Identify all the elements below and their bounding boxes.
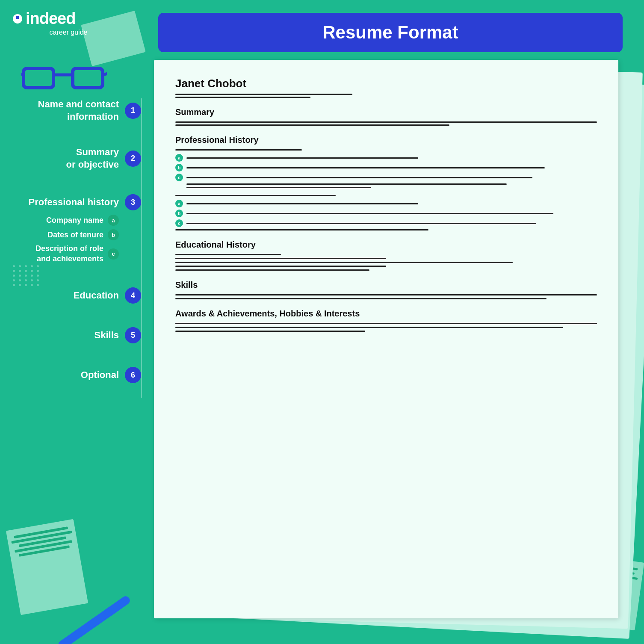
logo-area: indeed career guide: [13, 9, 124, 36]
label-optional-text: Optional: [81, 369, 119, 381]
label-professional: Professional history 3 Company name a Da…: [0, 194, 141, 264]
resume-section-skills: Skills: [175, 280, 597, 290]
awards-line-2: [175, 327, 563, 328]
logo-dot-icon: [13, 14, 22, 24]
label-skills: Skills 5: [0, 327, 141, 343]
name-line-2: [175, 97, 310, 98]
job1-extra-2: [186, 187, 371, 188]
awards-line-3: [175, 331, 365, 332]
divider-line: [141, 98, 142, 398]
badge-1: 1: [125, 103, 141, 119]
sub-company-name: Company name a: [46, 215, 119, 226]
logo-brand: indeed: [26, 9, 75, 28]
paper-main: Janet Chobot Summary Professional Histor…: [154, 60, 618, 618]
job1-line-a: [186, 157, 418, 159]
edu-line-3: [175, 262, 513, 263]
job1-bullet-a: a: [175, 154, 597, 162]
job2-bullet-b: b: [175, 210, 597, 217]
job1-bullet-c: c: [175, 174, 597, 181]
logo: indeed: [13, 9, 124, 28]
job1-line-b: [186, 167, 545, 168]
svg-point-1: [16, 16, 19, 19]
alpha-badge-b1: b: [108, 229, 119, 240]
job1-extra-1: [186, 183, 507, 185]
job1-company: [175, 149, 302, 151]
job2-line-c: [186, 223, 536, 224]
logo-subtext: career guide: [13, 29, 124, 36]
resume-section-summary: Summary: [175, 107, 597, 117]
sub-company-name-text: Company name: [46, 216, 103, 225]
edu-line-5: [175, 269, 369, 271]
job2-extra-1: [175, 229, 428, 230]
label-summary: Summaryor objective 2: [0, 146, 141, 171]
edu-line-4: [175, 266, 386, 267]
label-professional-header: Professional history 3: [0, 194, 141, 210]
label-name-contact-text: Name and contactinformation: [38, 98, 119, 123]
bullet-a2-icon: a: [175, 200, 183, 207]
summary-line-1: [175, 121, 597, 123]
summary-line-2: [175, 124, 449, 126]
bullet-b-icon: b: [175, 164, 183, 171]
badge-6: 6: [125, 367, 141, 383]
resume-stack: Janet Chobot Summary Professional Histor…: [154, 60, 631, 618]
skills-line-1: [175, 294, 597, 295]
bullet-b2-icon: b: [175, 210, 183, 217]
badge-3: 3: [125, 194, 141, 210]
sub-description-role: Description of roleand achievements c: [35, 244, 119, 264]
badge-2: 2: [125, 151, 141, 167]
label-name-contact: Name and contactinformation 1: [0, 98, 141, 123]
label-skills-text: Skills: [95, 329, 119, 342]
svg-rect-3: [73, 68, 103, 88]
bullet-c2-icon: c: [175, 219, 183, 227]
job2-company: [175, 195, 336, 196]
title-banner: Resume Format: [158, 13, 623, 52]
deco-paper-bottomleft: [6, 519, 88, 615]
left-labels: Name and contactinformation 1 Summaryor …: [0, 98, 141, 407]
awards-line-1: [175, 323, 597, 324]
alpha-badge-a1: a: [108, 215, 119, 226]
label-education: Education 4: [0, 287, 141, 304]
badge-4: 4: [125, 287, 141, 304]
resume-section-awards: Awards & Achievements, Hobbies & Interes…: [175, 309, 597, 319]
edu-line-2: [175, 258, 386, 259]
sub-description-role-text: Description of roleand achievements: [35, 244, 103, 264]
resume-name: Janet Chobot: [175, 77, 597, 90]
job2-bullet-a: a: [175, 200, 597, 207]
label-optional: Optional 6: [0, 367, 141, 383]
page-title: Resume Format: [175, 22, 606, 43]
job2-line-b: [186, 213, 553, 214]
alpha-badge-c1: c: [108, 248, 119, 260]
bullet-c-icon: c: [175, 174, 183, 181]
skills-line-2: [175, 298, 547, 299]
name-line-1: [175, 94, 352, 95]
edu-line-1: [175, 254, 281, 255]
job2-line-a: [186, 203, 418, 204]
job1-bullet-b: b: [175, 164, 597, 171]
sub-dates-tenure-text: Dates of tenure: [47, 230, 103, 240]
glasses-decoration: [21, 60, 107, 94]
job1-line-c: [186, 177, 532, 178]
badge-5: 5: [125, 327, 141, 343]
resume-section-education: Educational History: [175, 240, 597, 250]
sub-dates-tenure: Dates of tenure b: [47, 229, 119, 240]
job2-bullet-c: c: [175, 219, 597, 227]
label-summary-text: Summaryor objective: [66, 146, 119, 171]
label-education-text: Education: [74, 290, 119, 302]
resume-section-professional: Professional History: [175, 135, 597, 145]
bullet-a-icon: a: [175, 154, 183, 162]
svg-rect-2: [24, 68, 53, 88]
label-professional-text: Professional history: [28, 196, 119, 209]
